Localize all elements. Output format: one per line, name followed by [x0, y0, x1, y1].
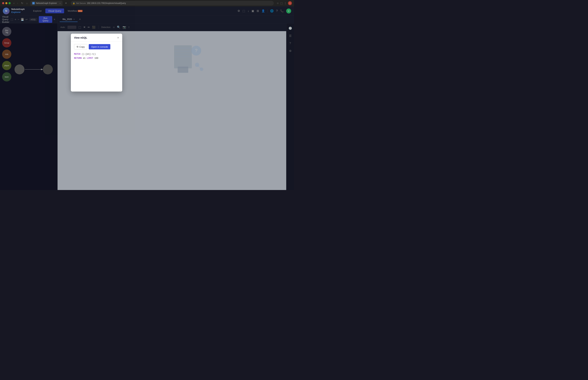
- code-block: MATCH ()-[e1]->() RETURN e1 LIMIT 100: [74, 52, 119, 88]
- modal-header: View nGQL ×: [71, 34, 122, 42]
- modal-overlay: View nGQL × ⧉ Copy Open in console MATCH…: [0, 0, 294, 190]
- open-console-button[interactable]: Open in console: [89, 44, 110, 49]
- modal-body: ⧉ Copy Open in console MATCH ()-[e1]->()…: [71, 42, 122, 90]
- copy-label: Copy: [79, 45, 85, 48]
- match-pattern: ()-[e1]->(): [82, 53, 96, 56]
- code-line-1: MATCH ()-[e1]->(): [74, 52, 119, 56]
- view-ngql-modal: View nGQL × ⧉ Copy Open in console MATCH…: [71, 34, 122, 92]
- match-keyword: MATCH: [74, 53, 80, 56]
- return-var: e1: [83, 57, 87, 59]
- limit-value: 100: [95, 57, 98, 59]
- modal-resize-handle[interactable]: ⊿: [71, 90, 122, 92]
- limit-keyword: LIMIT: [87, 57, 93, 59]
- copy-button[interactable]: ⧉ Copy: [74, 44, 87, 49]
- code-line-2: RETURN e1 LIMIT 100: [74, 56, 119, 60]
- modal-actions: ⧉ Copy Open in console: [74, 44, 119, 49]
- modal-title: View nGQL: [74, 36, 87, 39]
- modal-close-button[interactable]: ×: [117, 36, 119, 39]
- return-keyword: RETURN: [74, 57, 82, 59]
- copy-icon: ⧉: [77, 45, 78, 48]
